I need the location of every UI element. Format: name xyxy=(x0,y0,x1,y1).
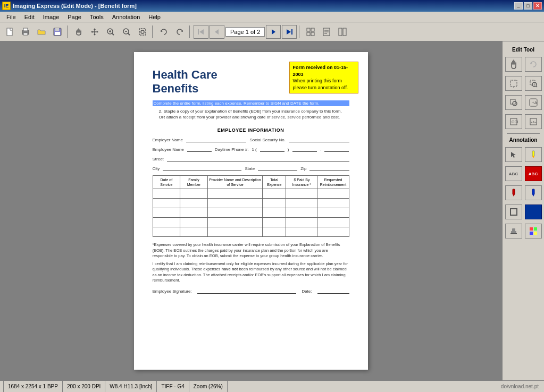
format-status: TIFF - G4 xyxy=(157,381,189,392)
prev-page-button[interactable] xyxy=(210,25,224,39)
svg-rect-51 xyxy=(510,233,517,234)
menu-file[interactable]: File xyxy=(2,13,20,21)
rect-filled-button[interactable] xyxy=(525,204,542,219)
thumb-view-button[interactable] xyxy=(303,25,318,39)
svg-rect-27 xyxy=(343,28,346,36)
svg-rect-52 xyxy=(530,227,533,231)
close-button[interactable]: ✕ xyxy=(533,2,542,10)
annotation-label: Annotation xyxy=(505,137,542,143)
table-row xyxy=(153,208,349,218)
menu-image[interactable]: Image xyxy=(39,13,64,21)
title-bar: IE Imaging Express (Edit Mode) - [Benefi… xyxy=(0,0,544,12)
new-button[interactable] xyxy=(2,25,17,39)
ocr2-button[interactable]: +A+ xyxy=(525,114,542,129)
separator-1 xyxy=(67,25,69,38)
dimensions-status: 1684 x 2254 x 1 BPP xyxy=(3,381,63,392)
svg-rect-26 xyxy=(339,28,342,36)
zoom-area-button[interactable] xyxy=(135,25,150,39)
separator-4 xyxy=(299,25,301,38)
tool-row-2 xyxy=(505,75,542,92)
hand-tool-panel-button[interactable] xyxy=(505,57,522,72)
undo-tool-panel-button[interactable] xyxy=(525,57,542,72)
split-view-button[interactable] xyxy=(335,25,350,39)
pen-red-button[interactable] xyxy=(505,185,522,200)
panel-divider-1 xyxy=(507,133,540,134)
right-panel: Edit Tool +A xyxy=(501,41,544,380)
next-page-button[interactable] xyxy=(266,25,281,39)
svg-rect-6 xyxy=(55,32,60,35)
expense-table: Date of Service Family Member Provider N… xyxy=(153,175,349,237)
dpi-status: 200 x 200 DPI xyxy=(63,381,105,392)
hand-tool-button[interactable] xyxy=(71,25,86,39)
last-page-button[interactable] xyxy=(282,25,297,39)
save-button[interactable] xyxy=(50,25,65,39)
text-abc-button[interactable]: ABC xyxy=(505,166,522,181)
tool-row-6: ABC ABC xyxy=(505,165,542,182)
print-button[interactable] xyxy=(18,25,33,39)
employee-name-field: Employee Name Daytime Phone #: 1 ( ) - xyxy=(153,147,349,152)
col-provider: Provider Name and Description of Service xyxy=(207,176,262,189)
svg-rect-18 xyxy=(307,28,310,31)
svg-marker-44 xyxy=(513,194,515,197)
ocr1-button[interactable]: OCR xyxy=(505,114,522,129)
open-button[interactable] xyxy=(34,25,49,39)
cursor-button[interactable] xyxy=(505,147,522,162)
menu-help[interactable]: Help xyxy=(144,13,165,21)
zoom-in-button[interactable] xyxy=(103,25,118,39)
move-button[interactable] xyxy=(87,25,102,39)
first-page-button[interactable] xyxy=(194,25,208,39)
zoom3-button[interactable] xyxy=(505,95,522,110)
zoom-select-button[interactable] xyxy=(525,76,542,91)
properties-button[interactable]: +A xyxy=(525,95,542,110)
app-icon: IE xyxy=(2,2,11,10)
svg-rect-14 xyxy=(139,29,146,35)
table-row xyxy=(153,199,349,208)
col-date: Date of Service xyxy=(153,176,180,189)
select-area-button[interactable] xyxy=(505,76,522,91)
svg-rect-28 xyxy=(510,80,517,87)
page-view-button[interactable] xyxy=(319,25,334,39)
svg-line-13 xyxy=(128,33,130,35)
annotation-box: Form received on 01-15-2003 When printin… xyxy=(289,62,358,93)
color-button[interactable] xyxy=(525,224,542,238)
edit-tool-label: Edit Tool xyxy=(505,47,542,53)
tool-row-5 xyxy=(505,146,542,163)
text-styled-button[interactable]: ABC xyxy=(525,166,542,181)
menu-page[interactable]: Page xyxy=(63,13,86,21)
svg-point-34 xyxy=(513,101,517,106)
svg-line-10 xyxy=(112,33,114,35)
menu-bar: File Edit Image Page Tools Annotation He… xyxy=(0,12,544,22)
svg-text:OCR: OCR xyxy=(512,120,518,124)
table-row xyxy=(153,189,349,199)
svg-rect-55 xyxy=(534,232,537,235)
rotate-right-button[interactable] xyxy=(172,25,187,39)
table-row xyxy=(153,227,349,237)
highlight-pen-button[interactable] xyxy=(525,147,542,162)
instruction-2: 2. Staple a copy of your Explanation of … xyxy=(159,108,349,120)
status-bar: 1684 x 2254 x 1 BPP 200 x 200 DPI W8.4 H… xyxy=(0,380,544,392)
section-header: EMPLOYEE INFORMATION xyxy=(153,127,349,133)
stamp-button[interactable] xyxy=(505,224,522,238)
rotate-left-button[interactable] xyxy=(156,25,171,39)
table-row xyxy=(153,218,349,227)
svg-point-31 xyxy=(532,82,537,87)
svg-rect-20 xyxy=(307,32,310,36)
document-viewer[interactable]: Form received on 01-15-2003 When printin… xyxy=(0,41,501,380)
zoom-out-button[interactable] xyxy=(119,25,134,39)
col-paid: $ Paid By Insurance * xyxy=(286,176,317,189)
svg-rect-21 xyxy=(311,32,314,36)
maximize-button[interactable]: □ xyxy=(524,2,532,10)
tool-row-1 xyxy=(505,56,542,73)
minimize-button[interactable]: _ xyxy=(514,2,523,10)
tool-row-8 xyxy=(505,203,542,220)
svg-line-32 xyxy=(536,86,537,87)
svg-rect-50 xyxy=(512,228,515,232)
menu-tools[interactable]: Tools xyxy=(86,13,108,21)
pen-blue-button[interactable] xyxy=(525,185,542,200)
svg-rect-5 xyxy=(55,28,59,31)
menu-edit[interactable]: Edit xyxy=(20,13,39,21)
rect-outline-button[interactable] xyxy=(505,204,522,219)
menu-annotation[interactable]: Annotation xyxy=(108,13,145,21)
toolbar: Page 1 of 2 xyxy=(0,22,544,41)
svg-rect-41 xyxy=(532,151,534,156)
